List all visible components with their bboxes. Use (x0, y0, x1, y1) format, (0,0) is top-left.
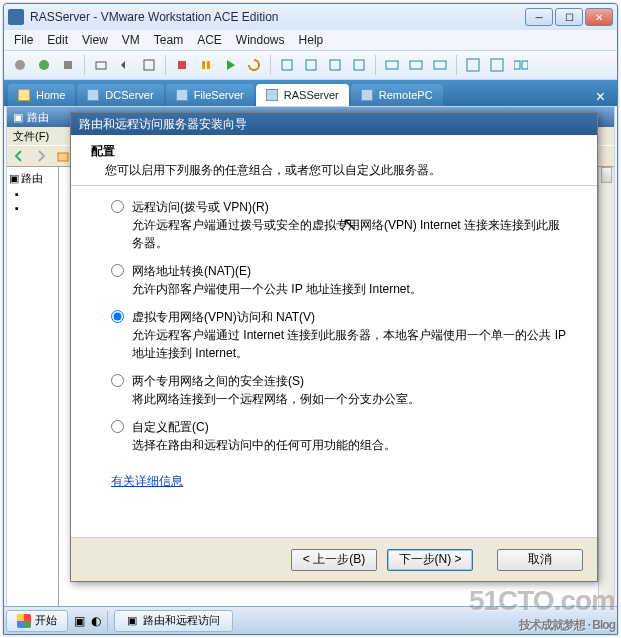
tab-close-button[interactable]: × (588, 88, 613, 106)
menu-view[interactable]: View (82, 33, 108, 47)
window-title: RASServer - VMware Workstation ACE Editi… (30, 10, 525, 24)
menu-help[interactable]: Help (299, 33, 324, 47)
svg-rect-14 (434, 61, 446, 69)
play-icon[interactable] (220, 55, 240, 75)
monitor-icon (87, 89, 99, 101)
vmware-toolbar (4, 50, 617, 80)
tab-rasserver[interactable]: RASServer (256, 84, 349, 106)
view-icon-1[interactable] (382, 55, 402, 75)
option-remote-access[interactable]: 远程访问(拨号或 VPN)(R) 允许远程客户端通过拨号或安全的虚拟专用网络(V… (111, 198, 569, 252)
mmc-menu-file[interactable]: 文件(F) (13, 129, 49, 144)
start-button[interactable]: 开始 (6, 610, 68, 632)
mmc-forward-icon[interactable] (31, 146, 51, 166)
option-label: 远程访问(拨号或 VPN)(R) (132, 200, 269, 214)
option-nat[interactable]: 网络地址转换(NAT)(E) 允许内部客户端使用一个公共 IP 地址连接到 In… (111, 262, 569, 298)
svg-point-0 (15, 60, 25, 70)
wizard-button-row: < 上一步(B) 下一步(N) > 取消 (71, 537, 597, 581)
reset-icon[interactable] (244, 55, 264, 75)
option-custom-radio[interactable] (111, 420, 124, 433)
monitor-icon (176, 89, 188, 101)
svg-rect-17 (514, 61, 520, 69)
pause-icon[interactable] (196, 55, 216, 75)
tree-child-node[interactable]: ▪ (15, 188, 56, 200)
option-custom[interactable]: 自定义配置(C) 选择在路由和远程访问中的任何可用功能的组合。 (111, 418, 569, 454)
wizard-header: 配置 您可以启用下列服务的任意组合，或者您可以自定义此服务器。 (71, 135, 597, 186)
option-label: 网络地址转换(NAT)(E) (132, 264, 251, 278)
view-icon-2[interactable] (406, 55, 426, 75)
option-desc: 允许远程客户端通过拨号或安全的虚拟专用网络(VPN) Internet 连接来连… (132, 218, 560, 250)
back-button[interactable]: < 上一步(B) (291, 549, 377, 571)
mmc-back-icon[interactable] (9, 146, 29, 166)
more-info-link[interactable]: 有关详细信息 (111, 472, 183, 490)
quicklaunch-icon[interactable]: ◐ (91, 614, 101, 628)
option-label: 两个专用网络之间的安全连接(S) (132, 374, 304, 388)
menu-ace[interactable]: ACE (197, 33, 222, 47)
multi-mon-icon[interactable] (511, 55, 531, 75)
tab-home[interactable]: Home (8, 84, 75, 106)
unity-icon[interactable] (487, 55, 507, 75)
option-site-to-site-radio[interactable] (111, 374, 124, 387)
suspend-icon[interactable] (58, 55, 78, 75)
tool-icon-1[interactable] (277, 55, 297, 75)
tool-icon-2[interactable] (301, 55, 321, 75)
next-button[interactable]: 下一步(N) > (387, 549, 473, 571)
snapshot-icon[interactable] (91, 55, 111, 75)
quicklaunch-icon[interactable]: ▣ (74, 614, 85, 628)
option-desc: 允许远程客户端通过 Internet 连接到此服务器，本地客户端使用一个单一的公… (132, 328, 566, 360)
fullscreen-icon[interactable] (463, 55, 483, 75)
vmware-tab-bar: Home DCServer FileServer RASServer Remot… (4, 80, 617, 106)
tool-icon-3[interactable] (325, 55, 345, 75)
mmc-tree-pane[interactable]: ▣ 路由 ▪ ▪ (7, 167, 59, 627)
maximize-button[interactable]: ☐ (555, 8, 583, 26)
taskbar-item-rras[interactable]: ▣ 路由和远程访问 (114, 610, 233, 632)
wizard-title-text: 路由和远程访问服务器安装向导 (79, 116, 247, 133)
tab-label: RASServer (284, 89, 339, 101)
svg-rect-4 (144, 60, 154, 70)
tab-label: FileServer (194, 89, 244, 101)
option-nat-radio[interactable] (111, 264, 124, 277)
rras-wizard-dialog: 路由和远程访问服务器安装向导 配置 您可以启用下列服务的任意组合，或者您可以自定… (70, 112, 598, 582)
vmware-titlebar: RASServer - VMware Workstation ACE Editi… (4, 4, 617, 30)
snapshot-mgr-icon[interactable] (139, 55, 159, 75)
wizard-heading: 配置 (91, 143, 577, 160)
option-vpn-nat[interactable]: 虚拟专用网络(VPN)访问和 NAT(V) 允许远程客户端通过 Internet… (111, 308, 569, 362)
rras-icon: ▣ (127, 614, 137, 627)
menu-team[interactable]: Team (154, 33, 183, 47)
svg-point-1 (39, 60, 49, 70)
scrollbar-vertical[interactable] (598, 167, 614, 627)
mmc-title-text: 路由 (27, 110, 49, 125)
menu-edit[interactable]: Edit (47, 33, 68, 47)
svg-rect-11 (354, 60, 364, 70)
option-vpn-nat-radio[interactable] (111, 310, 124, 323)
monitor-icon (361, 89, 373, 101)
menu-file[interactable]: File (14, 33, 33, 47)
svg-rect-16 (491, 59, 503, 71)
start-label: 开始 (35, 613, 57, 628)
view-icon-3[interactable] (430, 55, 450, 75)
menu-windows[interactable]: Windows (236, 33, 285, 47)
close-button[interactable]: ✕ (585, 8, 613, 26)
stop-icon[interactable] (172, 55, 192, 75)
tree-child-node[interactable]: ▪ (15, 202, 56, 214)
mmc-app-icon: ▣ (13, 111, 23, 124)
option-desc: 允许内部客户端使用一个公共 IP 地址连接到 Internet。 (132, 282, 422, 296)
power-on-icon[interactable] (34, 55, 54, 75)
svg-rect-3 (96, 62, 106, 69)
tab-remotepc[interactable]: RemotePC (351, 84, 443, 106)
tool-icon-4[interactable] (349, 55, 369, 75)
tab-dcserver[interactable]: DCServer (77, 84, 163, 106)
svg-rect-13 (410, 61, 422, 69)
option-remote-access-radio[interactable] (111, 200, 124, 213)
option-site-to-site[interactable]: 两个专用网络之间的安全连接(S) 将此网络连接到一个远程网络，例如一个分支办公室… (111, 372, 569, 408)
tab-fileserver[interactable]: FileServer (166, 84, 254, 106)
vmware-app-icon (8, 9, 24, 25)
svg-rect-8 (282, 60, 292, 70)
snapshot-revert-icon[interactable] (115, 55, 135, 75)
minimize-button[interactable]: ─ (525, 8, 553, 26)
menu-vm[interactable]: VM (122, 33, 140, 47)
power-off-icon[interactable] (10, 55, 30, 75)
tree-root-node[interactable]: ▣ 路由 (9, 171, 56, 186)
cancel-button[interactable]: 取消 (497, 549, 583, 571)
windows-flag-icon (17, 614, 31, 628)
wizard-body: 远程访问(拨号或 VPN)(R) 允许远程客户端通过拨号或安全的虚拟专用网络(V… (71, 186, 597, 494)
